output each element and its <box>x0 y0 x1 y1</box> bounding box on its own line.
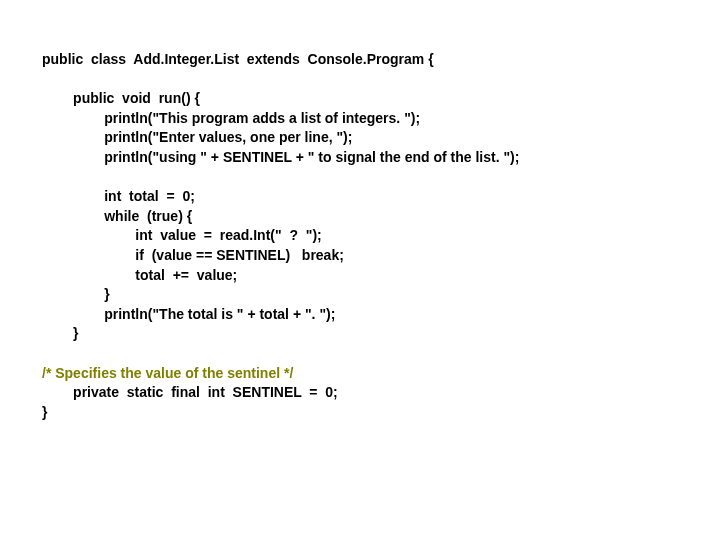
code-line: int value = read.Int(" ? "); <box>42 226 720 246</box>
code-line: public class Add.Integer.List extends Co… <box>42 50 720 70</box>
blank-line <box>42 168 720 188</box>
code-line: public void run() { <box>42 89 720 109</box>
code-line: } <box>42 403 720 423</box>
code-line: } <box>42 285 720 305</box>
comment-line: /* Specifies the value of the sentinel *… <box>42 364 720 384</box>
blank-line <box>42 70 720 90</box>
code-line: private static final int SENTINEL = 0; <box>42 383 720 403</box>
code-line: } <box>42 324 720 344</box>
code-line: println("Enter values, one per line, "); <box>42 128 720 148</box>
code-line: println("This program adds a list of int… <box>42 109 720 129</box>
code-line: while (true) { <box>42 207 720 227</box>
code-line: println("The total is " + total + ". "); <box>42 305 720 325</box>
code-line: int total = 0; <box>42 187 720 207</box>
code-line: println("using " + SENTINEL + " to signa… <box>42 148 720 168</box>
code-line: total += value; <box>42 266 720 286</box>
code-block: public class Add.Integer.List extends Co… <box>0 0 720 422</box>
code-line: if (value == SENTINEL) break; <box>42 246 720 266</box>
blank-line <box>42 344 720 364</box>
